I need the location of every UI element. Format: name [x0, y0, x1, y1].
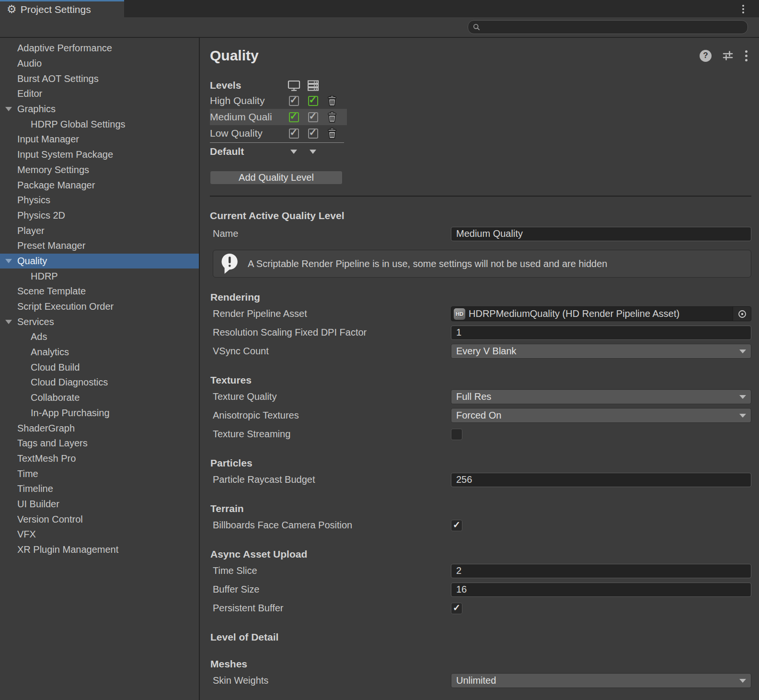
sidebar-item-hdrp-global-settings[interactable]: HDRP Global Settings	[0, 117, 199, 132]
section-meshes: Meshes Skin Weights Unlimited	[210, 657, 751, 690]
setting-row-vsync-count: VSync Count Every V Blank	[210, 342, 751, 361]
sidebar-item-label: Burst AOT Settings	[0, 73, 99, 84]
sidebar-item-label: Timeline	[0, 483, 53, 494]
server-checkbox[interactable]	[308, 128, 318, 139]
section-header: Particles	[210, 456, 751, 470]
quality-level-row-medium-quali[interactable]: Medium Quali	[210, 109, 347, 125]
foldout-triangle-icon[interactable]	[5, 320, 12, 324]
quality-level-name: Low Quality	[210, 128, 284, 139]
sidebar-item-analytics[interactable]: Analytics	[0, 345, 199, 360]
window-more-menu-icon[interactable]	[741, 3, 746, 15]
sidebar-item-quality[interactable]: Quality	[0, 254, 199, 269]
time-slice-field[interactable]: 2	[451, 564, 751, 578]
default-server-dropdown-icon[interactable]	[310, 150, 316, 154]
sidebar-item-player[interactable]: Player	[0, 223, 199, 238]
setting-label: Texture Quality	[213, 391, 451, 402]
foldout-triangle-icon[interactable]	[5, 259, 12, 263]
setting-row-persistent-buffer: Persistent Buffer	[210, 599, 751, 618]
sidebar-item-label: Ads	[0, 331, 47, 342]
sidebar-item-label: Script Execution Order	[0, 301, 114, 312]
desktop-checkbox[interactable]	[289, 112, 299, 122]
help-icon[interactable]: ?	[700, 50, 712, 62]
sidebar-item-scene-template[interactable]: Scene Template	[0, 284, 199, 299]
levels-header: Levels	[210, 80, 284, 91]
setting-row-texture-streaming: Texture Streaming	[210, 425, 751, 443]
quality-name-field[interactable]: Medium Quality	[451, 227, 751, 241]
buffer-size-field[interactable]: 16	[451, 583, 751, 597]
sidebar-item-hdrp[interactable]: HDRP	[0, 268, 199, 284]
server-checkbox[interactable]	[308, 112, 318, 122]
skin-weights-dropdown[interactable]: Unlimited	[451, 673, 751, 688]
sidebar-item-vfx[interactable]: VFX	[0, 527, 199, 542]
search-icon	[473, 23, 481, 31]
persistent-buffer-checkbox[interactable]	[451, 603, 462, 614]
resolution-scaling-fixed-dpi-factor-field[interactable]: 1	[451, 326, 751, 340]
trash-icon[interactable]	[326, 95, 338, 107]
sidebar-item-label: TextMesh Pro	[0, 453, 76, 464]
quality-level-row-low-quality[interactable]: Low Quality	[210, 125, 347, 141]
sidebar-item-timeline[interactable]: Timeline	[0, 481, 199, 497]
sidebar-item-ads[interactable]: Ads	[0, 329, 199, 345]
sidebar-item-services[interactable]: Services	[0, 314, 199, 329]
setting-row-time-slice: Time Slice 2	[210, 561, 751, 580]
preset-sliders-icon[interactable]	[722, 50, 734, 61]
sidebar-item-cloud-build[interactable]: Cloud Build	[0, 360, 199, 375]
sidebar-item-script-execution-order[interactable]: Script Execution Order	[0, 299, 199, 315]
sidebar-item-textmesh-pro[interactable]: TextMesh Pro	[0, 451, 199, 467]
sidebar-item-preset-manager[interactable]: Preset Manager	[0, 238, 199, 254]
object-picker-icon[interactable]	[733, 307, 751, 321]
section-level-of-detail: Level of Detail	[210, 630, 751, 644]
sidebar-item-editor[interactable]: Editor	[0, 86, 199, 102]
sidebar-item-physics-2d[interactable]: Physics 2D	[0, 208, 199, 223]
setting-label: Buffer Size	[213, 584, 451, 595]
particle-raycast-budget-field[interactable]: 256	[451, 473, 751, 487]
sidebar-item-label: Input System Package	[0, 149, 113, 160]
sidebar-item-time[interactable]: Time	[0, 466, 199, 481]
section-textures: Textures Texture Quality Full Res Anisot…	[210, 373, 751, 443]
sidebar-item-adaptive-performance[interactable]: Adaptive Performance	[0, 41, 199, 56]
sidebar-item-label: Audio	[0, 58, 42, 69]
sidebar-item-shadergraph[interactable]: ShaderGraph	[0, 420, 199, 436]
sidebar-item-input-manager[interactable]: Input Manager	[0, 132, 199, 147]
sidebar-item-version-control[interactable]: Version Control	[0, 512, 199, 527]
tab-project-settings[interactable]: ⚙ Project Settings	[0, 0, 124, 17]
sidebar-item-graphics[interactable]: Graphics	[0, 102, 199, 117]
search-box[interactable]	[468, 20, 748, 34]
sidebar-item-xr-plugin-management[interactable]: XR Plugin Management	[0, 542, 199, 558]
sidebar-item-burst-aot-settings[interactable]: Burst AOT Settings	[0, 71, 199, 86]
setting-label: Resolution Scaling Fixed DPI Factor	[213, 327, 451, 338]
add-quality-level-button[interactable]: Add Quality Level	[210, 171, 343, 185]
render-pipeline-asset-object-field[interactable]: HD HDRPMediumQuality (HD Render Pipeline…	[451, 306, 751, 321]
trash-icon[interactable]	[326, 128, 338, 140]
texture-quality-dropdown[interactable]: Full Res	[451, 389, 751, 404]
search-input[interactable]	[483, 23, 743, 32]
server-checkbox[interactable]	[308, 96, 318, 106]
sidebar-item-input-system-package[interactable]: Input System Package	[0, 147, 199, 163]
trash-icon[interactable]	[326, 111, 338, 123]
sidebar-item-label: Preset Manager	[0, 240, 85, 251]
desktop-checkbox[interactable]	[289, 128, 299, 139]
desktop-checkbox[interactable]	[289, 96, 299, 106]
sidebar-item-tags-and-layers[interactable]: Tags and Layers	[0, 436, 199, 451]
texture-streaming-checkbox[interactable]	[451, 429, 462, 440]
vsync-count-dropdown[interactable]: Every V Blank	[451, 344, 751, 359]
sidebar-item-cloud-diagnostics[interactable]: Cloud Diagnostics	[0, 375, 199, 390]
default-row: Default	[210, 143, 347, 160]
sidebar-item-in-app-purchasing[interactable]: In-App Purchasing	[0, 406, 199, 421]
section-terrain: Terrain Billboards Face Camera Position	[210, 502, 751, 535]
dropdown-value: Every V Blank	[456, 346, 517, 357]
sidebar-item-ui-builder[interactable]: UI Builder	[0, 497, 199, 512]
panel-more-menu-icon[interactable]	[744, 49, 748, 62]
sidebar-item-audio[interactable]: Audio	[0, 56, 199, 71]
quality-level-row-high-quality[interactable]: High Quality	[210, 93, 347, 109]
page-title: Quality	[210, 47, 700, 64]
sidebar-item-memory-settings[interactable]: Memory Settings	[0, 163, 199, 178]
sidebar-item-label: Physics	[0, 195, 50, 206]
default-desktop-dropdown-icon[interactable]	[290, 150, 297, 154]
sidebar-item-physics[interactable]: Physics	[0, 193, 199, 208]
anisotropic-textures-dropdown[interactable]: Forced On	[451, 408, 751, 423]
foldout-triangle-icon[interactable]	[5, 107, 12, 111]
sidebar-item-collaborate[interactable]: Collaborate	[0, 390, 199, 406]
sidebar-item-package-manager[interactable]: Package Manager	[0, 177, 199, 193]
billboards-face-camera-position-checkbox[interactable]	[451, 520, 462, 531]
